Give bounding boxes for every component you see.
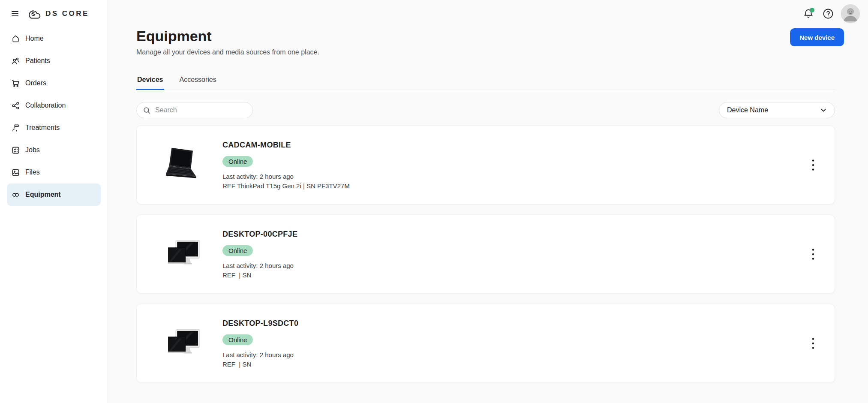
- device-card[interactable]: DESKTOP-00CPFJE Online Last activity: 2 …: [136, 214, 835, 294]
- sidebar-item-label: Orders: [25, 79, 46, 87]
- checklist-icon: [11, 146, 20, 155]
- device-last-activity: Last activity: 2 hours ago: [222, 351, 294, 358]
- sidebar-item-label: Equipment: [25, 191, 61, 198]
- cart-icon: [11, 79, 20, 88]
- tab-bar: Devices Accessories: [136, 76, 835, 90]
- sidebar-toggle-button[interactable]: [10, 9, 20, 18]
- sidebar-item-label: Collaboration: [25, 102, 66, 109]
- search-input[interactable]: [155, 106, 246, 114]
- sidebar-item-equipment[interactable]: Equipment: [7, 183, 101, 206]
- image-icon: [11, 168, 20, 177]
- sidebar-item-files[interactable]: Files: [7, 161, 101, 183]
- search-box[interactable]: [136, 102, 253, 118]
- device-last-activity: Last activity: 2 hours ago: [222, 262, 294, 269]
- laptop-image: [165, 139, 202, 191]
- share-icon: [11, 101, 20, 110]
- device-ref-sn: REF | SN: [222, 271, 251, 279]
- home-icon: [11, 34, 20, 43]
- device-info: DESKTOP-00CPFJE Online Last activity: 2 …: [222, 230, 297, 279]
- sidebar-item-collaboration[interactable]: Collaboration: [7, 94, 101, 117]
- device-menu-button[interactable]: [807, 245, 819, 264]
- device-card[interactable]: CADCAM-MOBILE Online Last activity: 2 ho…: [136, 125, 835, 205]
- topbar-actions: [802, 4, 860, 23]
- status-badge: Online: [222, 334, 253, 345]
- device-ref-sn: REF | SN: [222, 361, 251, 368]
- sidebar-item-home[interactable]: Home: [7, 27, 101, 50]
- help-button[interactable]: [821, 7, 835, 21]
- device-info: CADCAM-MOBILE Online Last activity: 2 ho…: [222, 141, 350, 189]
- logo-text: DS CORE: [45, 9, 89, 18]
- sort-select[interactable]: Device Name: [719, 102, 835, 118]
- kebab-icon: [812, 159, 814, 171]
- patients-icon: [11, 57, 20, 66]
- search-icon: [143, 106, 151, 114]
- device-name: DESKTOP-L9SDCT0: [222, 319, 298, 328]
- cloud-logo-icon: [26, 8, 42, 19]
- logo-row: DS CORE: [0, 5, 108, 22]
- page-subtitle: Manage all your devices and media source…: [136, 48, 319, 56]
- sidebar-item-label: Files: [25, 168, 40, 176]
- device-info: DESKTOP-L9SDCT0 Online Last activity: 2 …: [222, 319, 298, 368]
- sidebar-item-jobs[interactable]: Jobs: [7, 139, 101, 161]
- page-title: Equipment: [136, 27, 319, 45]
- sidebar-item-orders[interactable]: Orders: [7, 72, 101, 94]
- sidebar: DS CORE Home Patients: [0, 0, 108, 403]
- kebab-icon: [812, 248, 814, 260]
- device-name: CADCAM-MOBILE: [222, 141, 291, 150]
- user-avatar[interactable]: [841, 4, 860, 23]
- main-content: Equipment Manage all your devices and me…: [108, 0, 868, 403]
- help-icon: [822, 8, 834, 20]
- chevron-down-icon: [820, 107, 827, 114]
- sidebar-nav: Home Patients Orders: [0, 27, 108, 206]
- device-ref-sn: REF ThinkPad T15g Gen 2i | SN PF3TV27M: [222, 182, 350, 189]
- device-last-activity: Last activity: 2 hours ago: [222, 173, 294, 180]
- desktop-image: [165, 318, 202, 369]
- hamburger-icon: [11, 9, 19, 18]
- device-menu-button[interactable]: [807, 334, 819, 353]
- device-list: CADCAM-MOBILE Online Last activity: 2 ho…: [136, 125, 835, 383]
- treatments-icon: [11, 123, 20, 132]
- status-badge: Online: [222, 156, 253, 167]
- sidebar-item-patients[interactable]: Patients: [7, 50, 101, 72]
- link-icon: [11, 190, 20, 199]
- page-header: Equipment Manage all your devices and me…: [136, 27, 844, 56]
- sort-select-value: Device Name: [727, 106, 768, 114]
- device-menu-button[interactable]: [807, 156, 819, 174]
- desktop-image: [165, 229, 202, 280]
- sidebar-item-treatments[interactable]: Treatments: [7, 117, 101, 139]
- notification-badge: [810, 8, 814, 12]
- status-badge: Online: [222, 245, 253, 256]
- app-logo: DS CORE: [26, 8, 89, 19]
- sidebar-item-label: Home: [25, 35, 44, 42]
- notifications-button[interactable]: [802, 7, 815, 21]
- sidebar-item-label: Treatments: [25, 124, 60, 132]
- list-controls: Device Name: [136, 102, 835, 118]
- sidebar-item-label: Jobs: [25, 146, 40, 154]
- device-card[interactable]: DESKTOP-L9SDCT0 Online Last activity: 2 …: [136, 304, 835, 383]
- kebab-icon: [812, 337, 814, 349]
- new-device-button[interactable]: New device: [790, 28, 844, 46]
- device-name: DESKTOP-00CPFJE: [222, 230, 297, 239]
- tab-devices[interactable]: Devices: [136, 76, 164, 90]
- sidebar-item-label: Patients: [25, 57, 50, 65]
- tab-accessories[interactable]: Accessories: [179, 76, 217, 90]
